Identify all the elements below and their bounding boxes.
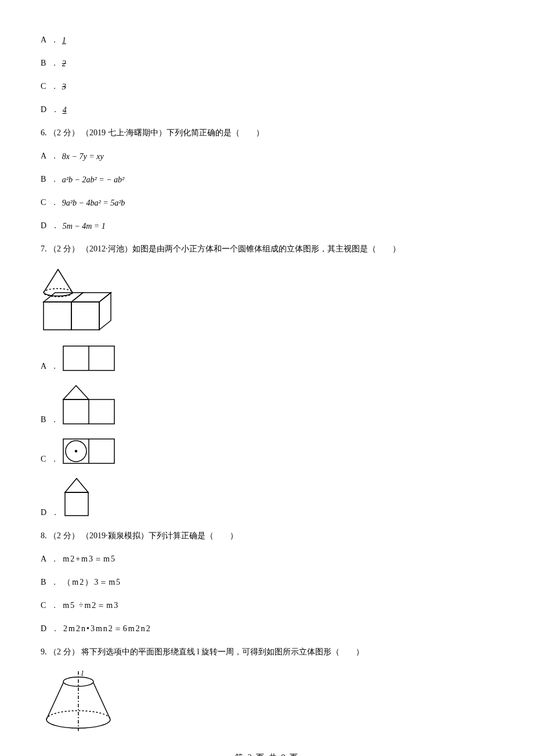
option-math: 8x − 7y = xy [62,152,104,161]
option-value: 1 [62,36,66,45]
svg-text:l: l [81,670,84,678]
option-text: B ． （m2）3＝m5 [41,577,121,588]
option-label: C ． [41,81,60,92]
q5-option-c: C ． 3 [41,81,493,92]
svg-marker-4 [99,293,111,330]
q6-option-c: C ． 9a²b − 4ba² = 5a²b [41,197,493,208]
q7-option-d: D ． [41,477,493,518]
page-footer: 第 2 页 共 8 页 [41,753,493,756]
q8-option-b: B ． （m2）3＝m5 [41,577,493,588]
option-math: a²b − 2ab² = − ab² [62,175,124,185]
svg-marker-15 [65,478,88,492]
q7b-icon [62,384,116,425]
q5-option-b: B ． 2 [41,58,493,69]
q7d-icon [63,477,91,518]
option-label: A ． [41,361,60,372]
q9-stem: 9. （2 分） 将下列选项中的平面图形绕直线 l 旋转一周，可得到如图所示立体… [41,647,493,657]
option-math: 5m − 4m = 1 [63,222,106,231]
svg-rect-1 [71,302,99,330]
option-label: C ． [41,454,60,465]
svg-marker-8 [63,386,89,399]
option-text: D ． 2m2n•3mn2＝6m2n2 [41,624,151,634]
stem-body: 下列化简正确的是（ ） [167,128,264,138]
q8-option-c: C ． m5 ÷m2＝m3 [41,600,493,611]
option-label: B ． [41,174,60,185]
option-label: A ． [41,151,60,161]
q7-option-b: B ． [41,384,493,425]
page-content: A ． 1 B ． 2 C ． 3 D ． 4 6. （2 分） （2019 七… [0,0,534,756]
stem-text: 9. （2 分） 将下列选项中的平面图形绕直线 l 旋转一周，可得到如图所示立体… [41,647,364,657]
q7-stem: 7. （2 分） （2012·河池） 如图是由两个小正方体和一个圆锥体组成的立体… [41,244,493,254]
stem-num: 8. （2 分） （2019·颍泉模拟） [41,531,149,541]
option-value: 3 [62,82,66,92]
q6-option-a: A ． 8x − 7y = xy [41,151,493,161]
svg-line-19 [93,683,110,719]
option-label: D ． [41,221,60,231]
q7-option-a: A ． [41,345,493,372]
svg-point-14 [75,451,77,452]
q7a-icon [62,345,116,372]
q7c-icon [62,438,116,465]
cubes-cone-icon [41,267,116,332]
q8-option-a: A ． m2+m3＝m5 [41,554,493,564]
option-label: A ． [41,35,60,45]
q8-stem: 8. （2 分） （2019·颍泉模拟） 下列计算正确是（ ） [41,531,493,541]
option-label: B ． [41,415,60,425]
q7-figure [41,267,493,332]
option-text: C ． m5 ÷m2＝m3 [41,600,119,611]
option-label: D ． [41,105,60,115]
q9-figure: l [41,670,493,735]
q5-option-a: A ． 1 [41,35,493,45]
svg-rect-0 [44,302,71,330]
option-text: A ． m2+m3＝m5 [41,554,116,564]
option-label: D ． [41,507,60,518]
stem-num: 7. （2 分） （2012·河池） [41,244,132,254]
q5-option-d: D ． 4 [41,105,493,115]
option-label: C ． [41,197,60,208]
q6-option-d: D ． 5m − 4m = 1 [41,221,493,231]
q6-stem: 6. （2 分） （2019 七上·海曙期中） 下列化简正确的是（ ） [41,128,493,138]
q8-option-d: D ． 2m2n•3mn2＝6m2n2 [41,624,493,634]
q6-option-b: B ． a²b − 2ab² = − ab² [41,174,493,185]
stem-body: 下列计算正确是（ ） [149,531,238,541]
stem-num: 6. （2 分） （2019 七上·海曙期中） [41,128,167,138]
option-value: 2 [62,59,66,69]
stem-body: 如图是由两个小正方体和一个圆锥体组成的立体图形，其主视图是（ ） [132,244,400,254]
frustum-icon: l [41,670,116,735]
option-value: 4 [63,106,67,115]
option-math: 9a²b − 4ba² = 5a²b [62,199,125,208]
option-label: B ． [41,58,60,69]
svg-rect-16 [65,492,88,516]
q7-option-c: C ． [41,438,493,465]
